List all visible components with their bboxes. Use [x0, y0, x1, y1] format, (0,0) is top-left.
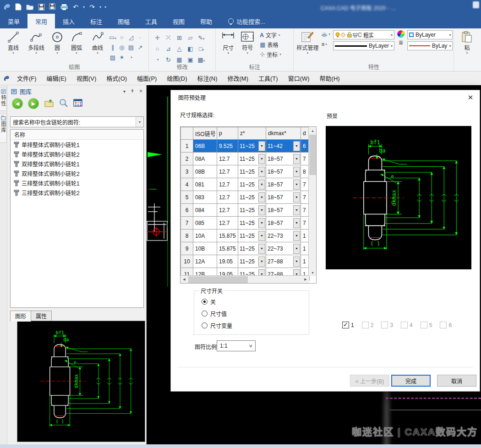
menu-item[interactable]: 文件(F) — [12, 74, 42, 82]
dropdown-button[interactable]: ▼ — [258, 154, 265, 164]
list-item[interactable]: 双排整体式钢制小链轮1 — [11, 159, 143, 169]
ribbon-tab[interactable]: 图幅 — [110, 14, 137, 28]
redo-dropdown-icon[interactable]: ▾ — [99, 5, 101, 9]
preview-checkbox[interactable]: 6 — [440, 322, 452, 328]
grid-view-icon[interactable] — [73, 99, 82, 108]
undo-dropdown-icon[interactable]: ▾ — [83, 5, 85, 9]
menu-item[interactable]: 绘图(D) — [162, 74, 192, 82]
dropdown-button[interactable]: ▼ — [258, 205, 265, 215]
paste-button[interactable]: 粘▾ — [457, 30, 477, 55]
rectangle-icon[interactable]: ▭▾ — [109, 34, 116, 41]
side-tab-properties[interactable]: 特性 — [0, 87, 7, 111]
text-wipe-icon[interactable]: ◔ — [129, 54, 133, 61]
close-icon[interactable]: ✕ — [466, 93, 475, 102]
folder-up-icon[interactable] — [44, 98, 54, 109]
preview-checkbox[interactable]: 4 — [401, 322, 413, 328]
list-item[interactable]: 双排整体式钢制小链轮2 — [11, 169, 143, 178]
block-icon[interactable]: ▤ — [128, 44, 134, 51]
fill-icon[interactable]: ▩▾ — [197, 56, 205, 63]
dropdown-button[interactable]: ▼ — [258, 141, 265, 151]
dropdown-button[interactable]: ▼ — [293, 141, 300, 151]
dropdown-button[interactable]: ▼ — [293, 180, 300, 190]
gear-icon[interactable]: ✶ — [120, 54, 125, 61]
table-row[interactable]: 7 085 12.7 11~25▼ 18~57▼ 7 — [181, 217, 310, 229]
linetype-tool-icon[interactable]: ≡▾ — [321, 40, 330, 49]
parallel-icon[interactable]: ∥ — [111, 44, 115, 51]
dropdown-button[interactable]: ▼ — [293, 205, 300, 215]
lineweight-icon[interactable]: ≣ — [399, 39, 403, 46]
symbol-tool[interactable]: .1 符号▾ — [238, 30, 257, 55]
ribbon-tab[interactable]: 标注 — [82, 14, 110, 28]
3d-icon[interactable]: ▦ — [176, 56, 182, 63]
dropdown-button[interactable]: ▼ — [293, 218, 300, 228]
side-tab-library[interactable]: 图库 — [0, 114, 7, 143]
scroll-up-icon[interactable]: ▲ — [309, 127, 317, 134]
list-item[interactable]: 三排整体式钢制小链轮2 — [11, 188, 143, 197]
table-row[interactable]: 5 083 12.7 11~25▼ 18~57▼ 7 — [181, 191, 310, 204]
menu-item[interactable]: 幅面(P) — [132, 74, 162, 82]
center-rect-icon[interactable]: ◎ — [119, 44, 124, 51]
ribbon-tab[interactable]: 常用 — [27, 14, 55, 28]
dim-switch-radio[interactable]: 关 — [202, 295, 309, 307]
dropdown-button[interactable]: ▼ — [258, 231, 265, 241]
finish-button[interactable]: 完成 — [391, 375, 431, 387]
dialog-titlebar[interactable]: 图符预处理 — [171, 90, 480, 104]
table-row[interactable]: 8 10A 15.875 11~25▼ 22~73▼ 1 — [181, 229, 310, 242]
table-tool[interactable]: ▦表格 — [260, 40, 281, 49]
undo-icon[interactable]: ↶ — [71, 3, 80, 11]
scroll-down-icon[interactable]: ▼ — [309, 269, 317, 276]
edit-icon[interactable]: ✎▾ — [198, 34, 204, 41]
preview-checkbox[interactable]: 1 — [342, 322, 354, 328]
table-row[interactable]: 10 12A 19.05 11~25▼ 27~88▼ 1 — [181, 255, 310, 268]
style-manager-button[interactable]: 样式管理▾ — [296, 30, 318, 55]
forward-button[interactable]: ▶ — [28, 98, 39, 109]
cancel-button[interactable]: 取消 — [437, 375, 476, 387]
scale-combo[interactable]: 1:1 ∨ — [217, 340, 256, 351]
dropdown-button[interactable]: ▼ — [293, 192, 300, 202]
dropdown-button[interactable]: ▼ — [293, 154, 300, 164]
redo-icon[interactable]: ↷ — [88, 3, 96, 11]
mirror-icon[interactable]: △ — [177, 45, 181, 52]
ribbon-tab[interactable]: 插入 — [55, 14, 82, 28]
scale-icon[interactable]: ◔ — [155, 56, 159, 63]
ribbon-tab[interactable]: 视图 — [165, 14, 192, 28]
open-file-icon[interactable] — [26, 3, 34, 11]
arrow-icon[interactable]: ↗ — [138, 44, 143, 51]
dim-switch-radio[interactable]: 尺寸值 — [202, 307, 309, 319]
layer-state-combo[interactable]: 粗实 ▾ — [333, 30, 394, 39]
vertical-scrollbar[interactable]: ▲ ▼ — [308, 127, 316, 276]
linewidth-combo[interactable]: ByLayer ▾ — [333, 41, 394, 50]
print-icon[interactable] — [60, 3, 68, 11]
tab-graphic[interactable]: 图形 — [10, 311, 31, 322]
stretch-icon[interactable]: ▱ — [188, 34, 192, 41]
menu-item[interactable]: 修改(M) — [223, 74, 254, 82]
menu-item[interactable]: 标注(N) — [192, 74, 222, 82]
curve-icon[interactable]: ◿ — [129, 34, 133, 41]
dropdown-button[interactable]: ▼ — [293, 167, 300, 177]
scrollbar-thumb[interactable] — [309, 135, 316, 175]
ribbon-tab[interactable]: 工具 — [137, 14, 165, 28]
new-file-icon[interactable] — [14, 3, 22, 11]
menu-item[interactable]: 工具(T) — [253, 74, 283, 82]
frame-icon[interactable]: □▾ — [199, 45, 204, 52]
dropdown-button[interactable]: ▼ — [258, 180, 265, 190]
save-as-icon[interactable] — [49, 3, 57, 11]
color-combo[interactable]: ByLayer ▾ — [407, 30, 453, 39]
arc-tool[interactable]: 圆弧▾ — [66, 30, 87, 55]
panel-menu-icon[interactable]: ▾ — [123, 89, 126, 94]
scrollbar-thumb[interactable] — [188, 276, 248, 283]
save-icon[interactable] — [37, 3, 45, 11]
qat-customize-icon[interactable]: ▾ — [104, 5, 106, 9]
hatch-icon[interactable]: ▨ — [110, 54, 115, 61]
library-search-combo[interactable]: 搜索名称中包含链轮的图符: ▾ — [10, 116, 144, 127]
trim-icon[interactable]: ⤫ — [166, 34, 170, 41]
ribbon-tab[interactable]: 菜单 — [0, 14, 27, 28]
dropdown-button[interactable]: ▼ — [258, 244, 265, 254]
scroll-right-icon[interactable]: ▶ — [302, 276, 309, 283]
back-button[interactable]: ◀ — [12, 98, 23, 109]
color-wheel-icon[interactable] — [397, 30, 404, 38]
coordinate-tool[interactable]: ⊹坐标▾ — [260, 49, 281, 59]
dropdown-button[interactable]: ▼ — [258, 192, 265, 202]
scroll-left-icon[interactable]: ◀ — [180, 276, 188, 283]
table-row[interactable]: 1 06B 9.525 11~25▼ 11~42▼ 6 — [181, 140, 310, 153]
